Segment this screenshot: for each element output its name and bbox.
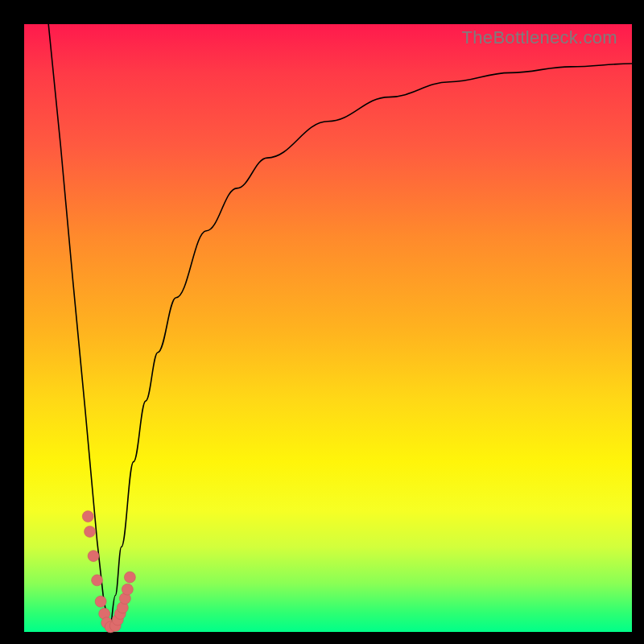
chart-frame: TheBottleneck.com xyxy=(0,0,644,644)
sample-point xyxy=(85,526,96,537)
sample-point xyxy=(82,511,93,522)
sample-point xyxy=(92,575,103,586)
sample-point xyxy=(95,596,106,607)
plot-area: TheBottleneck.com xyxy=(24,24,632,632)
sample-points-group xyxy=(82,511,135,633)
bottleneck-curve xyxy=(48,24,632,632)
sample-point xyxy=(122,584,133,595)
sample-point xyxy=(88,551,99,562)
sample-point xyxy=(124,572,135,583)
chart-svg xyxy=(24,24,632,632)
